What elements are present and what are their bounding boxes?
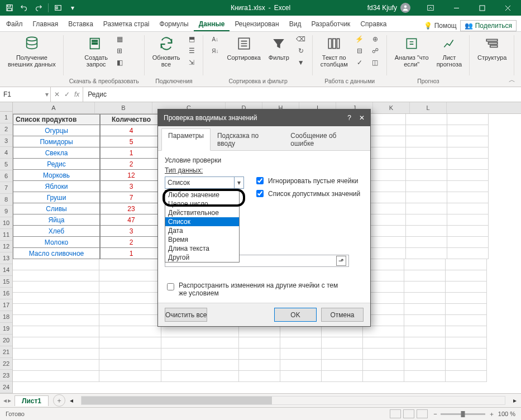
ribbon-tab-7[interactable]: Вид bbox=[284, 17, 307, 31]
get-external-data-button[interactable]: Получение внешних данных bbox=[6, 34, 58, 69]
row-header[interactable]: 5 bbox=[0, 159, 12, 170]
forecast-sheet-button[interactable]: Лист прогноза bbox=[434, 34, 464, 69]
cell[interactable] bbox=[99, 315, 161, 326]
sort-button[interactable]: Сортировка bbox=[224, 34, 262, 62]
cell[interactable] bbox=[13, 259, 99, 270]
sort-desc-icon[interactable]: Я↓ bbox=[209, 45, 221, 56]
cell[interactable] bbox=[404, 270, 446, 281]
redo-icon[interactable] bbox=[32, 2, 45, 14]
cell[interactable] bbox=[404, 304, 446, 315]
filter-button[interactable]: Фильтр bbox=[266, 34, 291, 62]
cell[interactable] bbox=[404, 337, 446, 349]
ignore-blank-checkbox[interactable]: Игнорировать пустые ячейки bbox=[254, 175, 360, 186]
cell[interactable] bbox=[322, 371, 363, 382]
undo-icon[interactable] bbox=[18, 2, 30, 14]
name-box[interactable]: F1 ▾ bbox=[0, 87, 51, 102]
cell[interactable] bbox=[99, 326, 161, 337]
close-icon[interactable]: ✕ bbox=[359, 114, 365, 122]
type-combobox[interactable]: Список ▾ bbox=[165, 176, 244, 189]
cell[interactable] bbox=[404, 349, 446, 360]
ribbon-tab-8[interactable]: Разработчик bbox=[306, 17, 355, 31]
cell[interactable] bbox=[280, 360, 322, 371]
zoom-in-icon[interactable]: ＋ bbox=[489, 410, 495, 418]
cell[interactable] bbox=[406, 181, 447, 192]
cell[interactable] bbox=[447, 192, 489, 203]
close-button[interactable] bbox=[495, 0, 520, 16]
cell[interactable] bbox=[322, 337, 363, 349]
cell[interactable] bbox=[363, 360, 404, 371]
cell[interactable] bbox=[406, 248, 447, 259]
cell[interactable] bbox=[363, 349, 404, 360]
cell[interactable] bbox=[239, 337, 280, 349]
cell[interactable] bbox=[280, 337, 322, 349]
cell[interactable] bbox=[447, 114, 489, 125]
minimize-button[interactable] bbox=[444, 0, 469, 16]
cell[interactable] bbox=[239, 326, 280, 337]
reapply-icon[interactable]: ↻ bbox=[295, 45, 307, 56]
ribbon-tab-3[interactable]: Разметка страі bbox=[98, 17, 155, 31]
cell[interactable] bbox=[446, 259, 487, 270]
cell[interactable] bbox=[447, 203, 489, 214]
add-sheet-button[interactable]: ＋ bbox=[53, 394, 65, 407]
row-header[interactable]: 3 bbox=[0, 135, 12, 147]
cell[interactable] bbox=[365, 226, 406, 237]
cell[interactable] bbox=[365, 147, 406, 159]
row-header[interactable]: 15 bbox=[0, 276, 12, 288]
new-query-button[interactable]: Создать запрос bbox=[82, 34, 110, 69]
cell[interactable] bbox=[404, 259, 446, 270]
help-icon[interactable]: ? bbox=[347, 114, 351, 122]
apply-changes-checkbox[interactable]: Распространить изменения на другие ячейк… bbox=[165, 281, 364, 297]
cell[interactable] bbox=[447, 226, 489, 237]
whatif-button[interactable]: Анализ "что если" bbox=[393, 34, 431, 69]
cell[interactable] bbox=[365, 136, 406, 147]
cell[interactable] bbox=[447, 214, 489, 226]
cell[interactable] bbox=[406, 159, 447, 170]
cell[interactable] bbox=[406, 237, 447, 248]
col-header[interactable]: B bbox=[95, 102, 152, 113]
cell[interactable] bbox=[239, 349, 280, 360]
cell[interactable] bbox=[363, 371, 404, 382]
row-header[interactable]: 19 bbox=[0, 323, 12, 335]
cell[interactable]: Редис bbox=[13, 159, 100, 170]
ok-button[interactable]: OK bbox=[274, 308, 317, 322]
cell[interactable] bbox=[13, 281, 99, 293]
cell[interactable] bbox=[406, 147, 447, 159]
cell[interactable]: 2 bbox=[100, 159, 162, 170]
cell[interactable]: Свекла bbox=[13, 147, 100, 159]
refresh-all-button[interactable]: Обновить все bbox=[150, 34, 183, 69]
connections-icon[interactable]: ⬒ bbox=[185, 34, 198, 45]
cell[interactable] bbox=[99, 337, 161, 349]
ribbon-tab-0[interactable]: Файл bbox=[1, 17, 28, 31]
cell[interactable] bbox=[239, 371, 280, 382]
recent-sources-icon[interactable]: ◧ bbox=[113, 57, 126, 68]
sheet-tab[interactable]: Лист1 bbox=[15, 395, 49, 406]
cell[interactable] bbox=[446, 360, 487, 371]
cell[interactable] bbox=[404, 281, 446, 293]
ribbon-options-button[interactable] bbox=[418, 0, 443, 16]
cell[interactable]: 4 bbox=[100, 125, 162, 136]
cell[interactable] bbox=[365, 237, 406, 248]
cell[interactable] bbox=[406, 192, 447, 203]
cell[interactable] bbox=[446, 270, 487, 281]
cell[interactable] bbox=[446, 371, 487, 382]
cell[interactable] bbox=[13, 349, 99, 360]
row-header[interactable]: 23 bbox=[0, 370, 12, 381]
cell[interactable] bbox=[446, 337, 487, 349]
cell[interactable] bbox=[446, 326, 487, 337]
ribbon-tab-6[interactable]: Рецензирован bbox=[230, 17, 284, 31]
row-header[interactable]: 13 bbox=[0, 252, 12, 264]
enter-formula-icon[interactable]: ✓ bbox=[64, 90, 70, 98]
tell-me[interactable]: 💡 Помощ bbox=[424, 22, 457, 30]
cell[interactable] bbox=[13, 360, 99, 371]
maximize-button[interactable] bbox=[470, 0, 494, 16]
cell[interactable] bbox=[406, 125, 447, 136]
cell[interactable] bbox=[99, 293, 161, 304]
outline-button[interactable]: Структура bbox=[475, 34, 509, 62]
ribbon-tab-1[interactable]: Главная bbox=[28, 17, 64, 31]
ribbon-tab-4[interactable]: Формулы bbox=[155, 17, 194, 31]
cell[interactable] bbox=[161, 371, 239, 382]
cancel-formula-icon[interactable]: ✕ bbox=[54, 90, 60, 98]
cell[interactable] bbox=[447, 181, 489, 192]
row-header[interactable]: 21 bbox=[0, 346, 12, 358]
row-header[interactable]: 6 bbox=[0, 170, 12, 182]
